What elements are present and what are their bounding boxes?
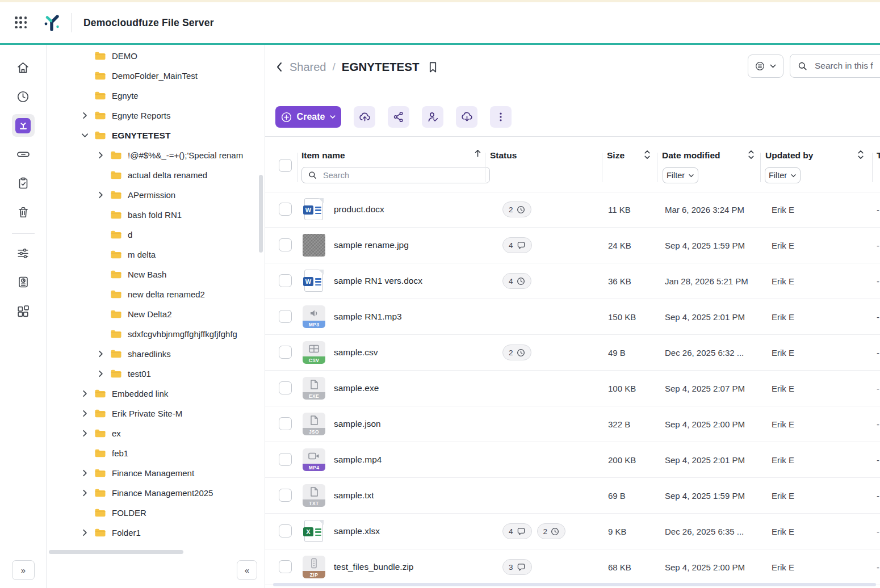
table-row[interactable]: MP3sample RN1.mp3150 KBSep 4, 2025 2:01 …	[265, 299, 880, 335]
table-row[interactable]: sample rename.jpg424 KBSep 4, 2025 1:59 …	[265, 228, 880, 263]
tree-item[interactable]: sharedlinks	[47, 344, 265, 364]
back-chevron-icon[interactable]	[275, 61, 283, 73]
tree-item[interactable]: EGNYTETEST	[47, 125, 265, 145]
status-badge-comments[interactable]: 4	[502, 237, 532, 253]
tree-item[interactable]: Erik Private Site-M	[47, 404, 265, 423]
row-checkbox[interactable]	[279, 346, 292, 359]
chevron-down-icon[interactable]	[81, 131, 94, 141]
tree-item[interactable]: Finance Management	[47, 463, 265, 483]
sort-toggle-icon[interactable]	[747, 149, 755, 162]
row-checkbox[interactable]	[279, 560, 292, 573]
create-button[interactable]: Create	[275, 106, 341, 128]
tree-item[interactable]: DEMO	[47, 46, 265, 66]
column-item-name[interactable]: Item name	[301, 150, 345, 161]
chevron-right-icon[interactable]	[81, 528, 94, 538]
links-icon[interactable]	[12, 143, 35, 166]
file-name[interactable]: sample.csv	[334, 335, 378, 370]
tree-item[interactable]: new delta renamed2	[47, 284, 265, 304]
item-name-search-input[interactable]	[322, 170, 466, 180]
share-button[interactable]	[388, 106, 409, 128]
file-name[interactable]: sample RN1.mp3	[334, 299, 402, 334]
file-name[interactable]: sample.txt	[334, 478, 374, 513]
file-name[interactable]: sample.mp4	[334, 442, 382, 477]
status-badge-versions[interactable]: 2	[502, 201, 531, 217]
table-row[interactable]: ZIPtest_files_bundle.zip368 KBSep 4, 202…	[265, 549, 880, 585]
recents-clock-icon[interactable]	[12, 85, 35, 108]
row-checkbox[interactable]	[279, 417, 292, 430]
sort-toggle-icon[interactable]	[643, 149, 651, 162]
row-checkbox[interactable]	[279, 274, 292, 287]
view-switcher-button[interactable]	[748, 54, 783, 78]
table-row[interactable]: JSOsample.json322 BSep 4, 2025 2:00 PMEr…	[265, 406, 880, 442]
upload-button[interactable]	[354, 106, 375, 128]
download-button[interactable]	[456, 106, 477, 128]
tree-horizontal-scrollbar[interactable]	[49, 550, 183, 554]
share-with-user-button[interactable]	[422, 106, 443, 128]
settings-sliders-icon[interactable]	[12, 242, 35, 264]
status-badge-versions[interactable]: 2	[537, 523, 566, 539]
tree-item[interactable]: sdxfcgvhbjnmgffghjffkgfjfghfg	[47, 324, 265, 344]
file-name[interactable]: sample RN1 vers.docx	[334, 263, 422, 299]
tree-item[interactable]: Egnyte	[47, 86, 265, 106]
chevron-right-icon[interactable]	[81, 111, 94, 121]
chevron-right-icon[interactable]	[97, 190, 110, 200]
table-row[interactable]: EXEsample.exe100 KBSep 4, 2025 2:07 PMEr…	[265, 371, 880, 406]
updated-by-filter-button[interactable]: Filter	[765, 167, 801, 183]
row-checkbox[interactable]	[279, 524, 292, 537]
chevron-right-icon[interactable]	[81, 488, 94, 498]
chevron-right-icon[interactable]	[97, 349, 110, 359]
column-updated-by[interactable]: Updated by	[765, 150, 813, 161]
bookmark-icon[interactable]	[428, 61, 438, 74]
chevron-right-icon[interactable]	[81, 429, 94, 439]
file-name[interactable]: product.docx	[334, 192, 384, 227]
rail-expand-button[interactable]: »	[12, 560, 35, 580]
sort-ascending-icon[interactable]	[473, 148, 483, 161]
breadcrumb-parent[interactable]: Shared	[290, 61, 326, 74]
tree-item[interactable]: actual delta renamed	[47, 165, 265, 185]
row-checkbox[interactable]	[279, 310, 292, 323]
chevron-right-icon[interactable]	[97, 369, 110, 379]
tree-collapse-button[interactable]: «	[237, 560, 257, 580]
tree-item[interactable]: DemoFolder_MainTest	[47, 66, 265, 86]
tree-item[interactable]: !@#$%&_-=+();'Special renam	[47, 145, 265, 165]
tree-item[interactable]: d	[47, 225, 265, 245]
tree-item[interactable]: Egnyte Reports	[47, 106, 265, 125]
table-row[interactable]: MP4sample.mp4200 KBSep 4, 2025 2:01 PMEr…	[265, 442, 880, 478]
file-name[interactable]: sample.xlsx	[334, 514, 380, 549]
date-filter-button[interactable]: Filter	[663, 167, 698, 183]
column-tags[interactable]: T	[877, 150, 880, 161]
tree-item[interactable]: bash fold RN1	[47, 205, 265, 225]
global-search-box[interactable]	[790, 54, 880, 78]
apps-blocks-icon[interactable]	[12, 300, 35, 322]
table-row[interactable]: Xsample.xlsx429 KBDec 26, 2025 6:35 ...E…	[265, 514, 880, 549]
chevron-right-icon[interactable]	[81, 468, 94, 478]
more-actions-button[interactable]	[490, 106, 512, 128]
tasks-clipboard-icon[interactable]	[12, 172, 35, 195]
tree-item[interactable]: Finance Management2025	[47, 483, 265, 503]
table-row[interactable]: CSVsample.csv249 BDec 26, 2025 6:32 ...E…	[265, 335, 880, 371]
status-badge-versions[interactable]: 2	[502, 345, 531, 360]
table-horizontal-scrollbar[interactable]	[273, 583, 876, 586]
chevron-right-icon[interactable]	[81, 409, 94, 419]
sort-toggle-icon[interactable]	[857, 149, 865, 162]
row-checkbox[interactable]	[279, 238, 292, 251]
table-row[interactable]: Wsample RN1 vers.docx436 KBJan 28, 2026 …	[265, 263, 880, 299]
table-row[interactable]: TXTsample.txt69 BSep 4, 2025 1:59 PMErik…	[265, 478, 880, 514]
row-checkbox[interactable]	[279, 453, 292, 466]
table-row[interactable]: Wproduct.docx211 KBMar 6, 2026 3:24 PMEr…	[265, 192, 880, 228]
tree-item[interactable]: New Delta2	[47, 304, 265, 324]
status-badge-versions[interactable]: 4	[502, 273, 531, 289]
file-name[interactable]: sample.json	[334, 406, 381, 442]
home-icon[interactable]	[12, 56, 35, 79]
tree-vertical-scrollbar[interactable]	[259, 175, 263, 253]
status-badge-comments[interactable]: 3	[502, 559, 532, 575]
column-date-modified[interactable]: Date modified	[662, 150, 720, 161]
tree-item[interactable]: Embedded link	[47, 384, 265, 404]
files-egnyte-icon[interactable]	[12, 114, 35, 137]
select-all-checkbox[interactable]	[279, 159, 292, 172]
tree-item[interactable]: APermission	[47, 185, 265, 205]
global-search-input[interactable]	[814, 60, 880, 72]
column-size[interactable]: Size	[607, 150, 625, 161]
tree-item[interactable]: Folder1	[47, 523, 265, 543]
tree-item[interactable]: ex	[47, 423, 265, 443]
